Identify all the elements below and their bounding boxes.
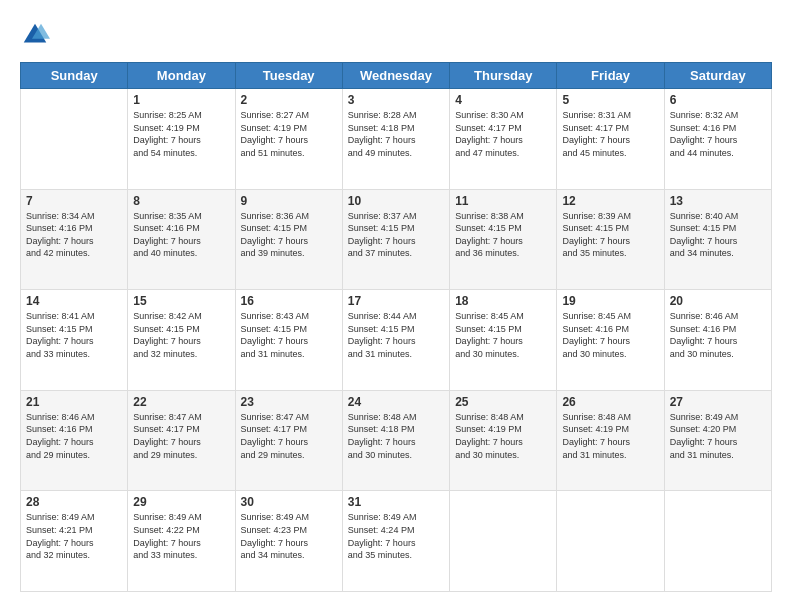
- calendar-day-header: Sunday: [21, 63, 128, 89]
- day-number: 30: [241, 495, 337, 509]
- calendar-cell: 15Sunrise: 8:42 AM Sunset: 4:15 PM Dayli…: [128, 290, 235, 391]
- calendar-week-row: 28Sunrise: 8:49 AM Sunset: 4:21 PM Dayli…: [21, 491, 772, 592]
- calendar-cell: 4Sunrise: 8:30 AM Sunset: 4:17 PM Daylig…: [450, 89, 557, 190]
- calendar-header-row: SundayMondayTuesdayWednesdayThursdayFrid…: [21, 63, 772, 89]
- calendar-cell: 28Sunrise: 8:49 AM Sunset: 4:21 PM Dayli…: [21, 491, 128, 592]
- day-number: 28: [26, 495, 122, 509]
- day-info: Sunrise: 8:40 AM Sunset: 4:15 PM Dayligh…: [670, 210, 766, 260]
- day-number: 6: [670, 93, 766, 107]
- day-info: Sunrise: 8:44 AM Sunset: 4:15 PM Dayligh…: [348, 310, 444, 360]
- day-info: Sunrise: 8:45 AM Sunset: 4:15 PM Dayligh…: [455, 310, 551, 360]
- day-number: 5: [562, 93, 658, 107]
- day-number: 31: [348, 495, 444, 509]
- calendar-cell: [450, 491, 557, 592]
- calendar-cell: 21Sunrise: 8:46 AM Sunset: 4:16 PM Dayli…: [21, 390, 128, 491]
- calendar-cell: 5Sunrise: 8:31 AM Sunset: 4:17 PM Daylig…: [557, 89, 664, 190]
- day-number: 4: [455, 93, 551, 107]
- calendar-week-row: 7Sunrise: 8:34 AM Sunset: 4:16 PM Daylig…: [21, 189, 772, 290]
- day-number: 19: [562, 294, 658, 308]
- calendar-cell: 2Sunrise: 8:27 AM Sunset: 4:19 PM Daylig…: [235, 89, 342, 190]
- day-info: Sunrise: 8:46 AM Sunset: 4:16 PM Dayligh…: [670, 310, 766, 360]
- day-number: 25: [455, 395, 551, 409]
- day-info: Sunrise: 8:43 AM Sunset: 4:15 PM Dayligh…: [241, 310, 337, 360]
- day-number: 12: [562, 194, 658, 208]
- day-info: Sunrise: 8:48 AM Sunset: 4:18 PM Dayligh…: [348, 411, 444, 461]
- calendar-day-header: Tuesday: [235, 63, 342, 89]
- day-info: Sunrise: 8:28 AM Sunset: 4:18 PM Dayligh…: [348, 109, 444, 159]
- day-info: Sunrise: 8:47 AM Sunset: 4:17 PM Dayligh…: [133, 411, 229, 461]
- calendar-cell: [664, 491, 771, 592]
- day-number: 29: [133, 495, 229, 509]
- calendar-week-row: 1Sunrise: 8:25 AM Sunset: 4:19 PM Daylig…: [21, 89, 772, 190]
- calendar-cell: 11Sunrise: 8:38 AM Sunset: 4:15 PM Dayli…: [450, 189, 557, 290]
- calendar-table: SundayMondayTuesdayWednesdayThursdayFrid…: [20, 62, 772, 592]
- day-info: Sunrise: 8:27 AM Sunset: 4:19 PM Dayligh…: [241, 109, 337, 159]
- calendar-day-header: Wednesday: [342, 63, 449, 89]
- day-number: 2: [241, 93, 337, 107]
- day-info: Sunrise: 8:42 AM Sunset: 4:15 PM Dayligh…: [133, 310, 229, 360]
- calendar-day-header: Friday: [557, 63, 664, 89]
- calendar-cell: 29Sunrise: 8:49 AM Sunset: 4:22 PM Dayli…: [128, 491, 235, 592]
- day-number: 8: [133, 194, 229, 208]
- day-info: Sunrise: 8:37 AM Sunset: 4:15 PM Dayligh…: [348, 210, 444, 260]
- day-info: Sunrise: 8:39 AM Sunset: 4:15 PM Dayligh…: [562, 210, 658, 260]
- calendar-week-row: 14Sunrise: 8:41 AM Sunset: 4:15 PM Dayli…: [21, 290, 772, 391]
- day-info: Sunrise: 8:47 AM Sunset: 4:17 PM Dayligh…: [241, 411, 337, 461]
- day-info: Sunrise: 8:49 AM Sunset: 4:21 PM Dayligh…: [26, 511, 122, 561]
- day-info: Sunrise: 8:32 AM Sunset: 4:16 PM Dayligh…: [670, 109, 766, 159]
- day-number: 26: [562, 395, 658, 409]
- day-number: 14: [26, 294, 122, 308]
- day-number: 18: [455, 294, 551, 308]
- day-info: Sunrise: 8:35 AM Sunset: 4:16 PM Dayligh…: [133, 210, 229, 260]
- calendar-cell: 8Sunrise: 8:35 AM Sunset: 4:16 PM Daylig…: [128, 189, 235, 290]
- day-info: Sunrise: 8:36 AM Sunset: 4:15 PM Dayligh…: [241, 210, 337, 260]
- header: [20, 20, 772, 50]
- day-number: 7: [26, 194, 122, 208]
- calendar-cell: 31Sunrise: 8:49 AM Sunset: 4:24 PM Dayli…: [342, 491, 449, 592]
- calendar-cell: 18Sunrise: 8:45 AM Sunset: 4:15 PM Dayli…: [450, 290, 557, 391]
- day-number: 27: [670, 395, 766, 409]
- calendar-cell: 19Sunrise: 8:45 AM Sunset: 4:16 PM Dayli…: [557, 290, 664, 391]
- day-number: 13: [670, 194, 766, 208]
- calendar-cell: 16Sunrise: 8:43 AM Sunset: 4:15 PM Dayli…: [235, 290, 342, 391]
- day-number: 24: [348, 395, 444, 409]
- calendar-day-header: Thursday: [450, 63, 557, 89]
- calendar-cell: 17Sunrise: 8:44 AM Sunset: 4:15 PM Dayli…: [342, 290, 449, 391]
- day-number: 17: [348, 294, 444, 308]
- calendar-cell: 12Sunrise: 8:39 AM Sunset: 4:15 PM Dayli…: [557, 189, 664, 290]
- day-number: 11: [455, 194, 551, 208]
- logo-icon: [20, 20, 50, 50]
- calendar-cell: 9Sunrise: 8:36 AM Sunset: 4:15 PM Daylig…: [235, 189, 342, 290]
- calendar-cell: 20Sunrise: 8:46 AM Sunset: 4:16 PM Dayli…: [664, 290, 771, 391]
- calendar-cell: 25Sunrise: 8:48 AM Sunset: 4:19 PM Dayli…: [450, 390, 557, 491]
- day-info: Sunrise: 8:49 AM Sunset: 4:22 PM Dayligh…: [133, 511, 229, 561]
- day-info: Sunrise: 8:25 AM Sunset: 4:19 PM Dayligh…: [133, 109, 229, 159]
- day-number: 10: [348, 194, 444, 208]
- day-info: Sunrise: 8:31 AM Sunset: 4:17 PM Dayligh…: [562, 109, 658, 159]
- day-info: Sunrise: 8:38 AM Sunset: 4:15 PM Dayligh…: [455, 210, 551, 260]
- day-info: Sunrise: 8:49 AM Sunset: 4:24 PM Dayligh…: [348, 511, 444, 561]
- calendar-cell: 24Sunrise: 8:48 AM Sunset: 4:18 PM Dayli…: [342, 390, 449, 491]
- calendar-cell: 10Sunrise: 8:37 AM Sunset: 4:15 PM Dayli…: [342, 189, 449, 290]
- day-number: 15: [133, 294, 229, 308]
- day-info: Sunrise: 8:46 AM Sunset: 4:16 PM Dayligh…: [26, 411, 122, 461]
- day-info: Sunrise: 8:49 AM Sunset: 4:23 PM Dayligh…: [241, 511, 337, 561]
- page: SundayMondayTuesdayWednesdayThursdayFrid…: [0, 0, 792, 612]
- calendar-day-header: Monday: [128, 63, 235, 89]
- calendar-cell: 27Sunrise: 8:49 AM Sunset: 4:20 PM Dayli…: [664, 390, 771, 491]
- calendar-cell: 22Sunrise: 8:47 AM Sunset: 4:17 PM Dayli…: [128, 390, 235, 491]
- calendar-cell: [21, 89, 128, 190]
- calendar-day-header: Saturday: [664, 63, 771, 89]
- calendar-cell: 13Sunrise: 8:40 AM Sunset: 4:15 PM Dayli…: [664, 189, 771, 290]
- calendar-cell: 7Sunrise: 8:34 AM Sunset: 4:16 PM Daylig…: [21, 189, 128, 290]
- day-info: Sunrise: 8:41 AM Sunset: 4:15 PM Dayligh…: [26, 310, 122, 360]
- calendar-cell: 3Sunrise: 8:28 AM Sunset: 4:18 PM Daylig…: [342, 89, 449, 190]
- day-number: 21: [26, 395, 122, 409]
- calendar-cell: 23Sunrise: 8:47 AM Sunset: 4:17 PM Dayli…: [235, 390, 342, 491]
- calendar-week-row: 21Sunrise: 8:46 AM Sunset: 4:16 PM Dayli…: [21, 390, 772, 491]
- day-number: 3: [348, 93, 444, 107]
- calendar-cell: 30Sunrise: 8:49 AM Sunset: 4:23 PM Dayli…: [235, 491, 342, 592]
- calendar-cell: 1Sunrise: 8:25 AM Sunset: 4:19 PM Daylig…: [128, 89, 235, 190]
- calendar-cell: [557, 491, 664, 592]
- logo: [20, 20, 54, 50]
